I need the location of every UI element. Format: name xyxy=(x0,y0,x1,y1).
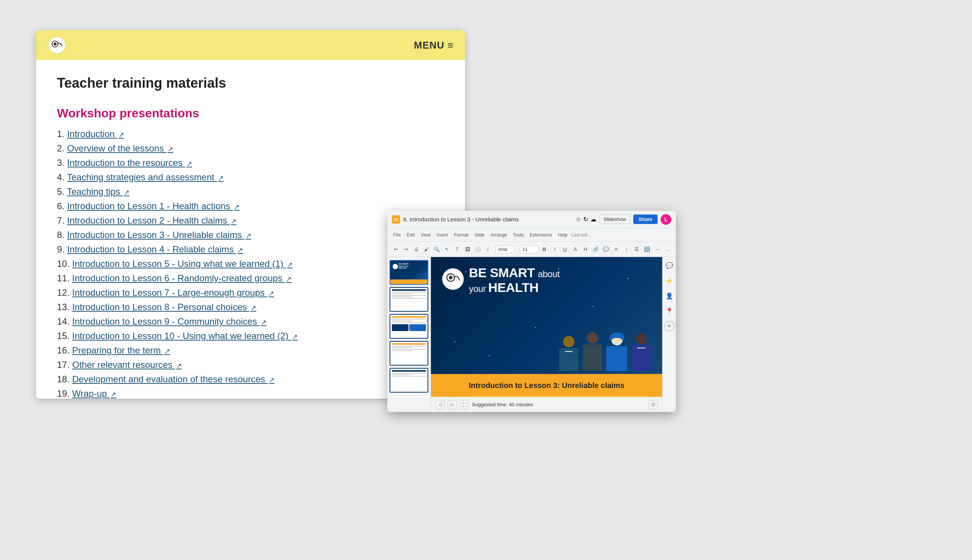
last-edit-indicator: Last edi... xyxy=(572,232,591,238)
indent-icon[interactable]: → xyxy=(653,245,662,254)
text-box-icon[interactable]: T xyxy=(453,245,462,254)
numbered-list-icon[interactable]: 🔢 xyxy=(642,245,652,254)
item-link-12[interactable]: Introduction to Lesson 7 - Large-enough … xyxy=(72,287,274,298)
format-menu[interactable]: Format xyxy=(452,232,471,238)
slide-thumb-5[interactable] xyxy=(390,368,428,393)
external-link-icon: ↗ xyxy=(118,131,124,138)
slide-thumb-3[interactable] xyxy=(390,314,428,339)
item-link-15[interactable]: Introduction to Lesson 10 - Using what w… xyxy=(72,331,298,341)
slides-right-sidebar: 💬 ⚡ 👤 📍 + xyxy=(662,257,676,412)
list-item: 2. Overview of the lessons ↗ xyxy=(57,143,444,154)
explore-icon[interactable]: ⚡ xyxy=(664,275,675,286)
external-link-icon: ↗ xyxy=(287,261,293,268)
zoom-fit-button[interactable]: ⊡ xyxy=(649,400,658,409)
link-icon[interactable]: 🔗 xyxy=(591,245,600,254)
list-item: 16. Preparing for the term ↗ xyxy=(57,345,444,356)
refresh-icon[interactable]: ↻ xyxy=(583,216,588,223)
add-button[interactable]: + xyxy=(664,321,675,332)
external-link-icon: ↗ xyxy=(268,290,274,297)
zoom-icon[interactable]: 🔍 xyxy=(432,245,441,254)
next-slide-button[interactable]: ▷ xyxy=(448,400,457,409)
svg-point-7 xyxy=(442,268,463,290)
item-link-5[interactable]: Teaching tips ↗ xyxy=(67,187,130,197)
slide-menu[interactable]: Slide xyxy=(472,232,487,238)
paint-format-icon[interactable]: 🖌 xyxy=(422,245,431,254)
item-link-8[interactable]: Introduction to Lesson 3 - Unreliable cl… xyxy=(67,230,251,240)
bullet-list-icon[interactable]: ☰ xyxy=(632,245,641,254)
list-item: 5. Teaching tips ↗ xyxy=(57,187,444,197)
item-link-18[interactable]: Development and evaluation of these reso… xyxy=(72,374,275,384)
external-link-icon: ↗ xyxy=(176,362,182,369)
item-link-2[interactable]: Overview of the lessons ↗ xyxy=(67,143,173,153)
map-pin-icon[interactable]: 📍 xyxy=(664,306,675,316)
line-spacing-icon[interactable]: ↕ xyxy=(622,245,631,254)
print-icon[interactable]: 🖨 xyxy=(412,245,421,254)
user-icon[interactable]: 👤 xyxy=(664,290,675,301)
external-link-icon: ↗ xyxy=(269,376,275,384)
menu-button[interactable]: MENU ≡ xyxy=(414,40,454,51)
edit-menu[interactable]: Edit xyxy=(404,232,417,238)
view-menu[interactable]: View xyxy=(418,232,433,238)
prev-slide-button[interactable]: ◁ xyxy=(435,400,445,409)
text-color-icon[interactable]: A xyxy=(571,245,580,254)
help-menu[interactable]: Help xyxy=(556,232,570,238)
undo-icon[interactable]: ↩ xyxy=(391,245,400,254)
external-link-icon: ↗ xyxy=(250,304,256,312)
cursor-icon[interactable]: ↖ xyxy=(442,245,452,254)
item-link-14[interactable]: Introduction to Lesson 9 - Community cho… xyxy=(72,316,267,327)
list-item: 15. Introduction to Lesson 10 - Using wh… xyxy=(57,331,444,341)
file-menu[interactable]: File xyxy=(391,232,403,238)
external-link-icon: ↗ xyxy=(110,391,116,398)
more-icon[interactable]: … xyxy=(663,245,672,254)
list-item: 7. Introduction to Lesson 2 - Health cla… xyxy=(57,215,444,226)
align-left-icon[interactable]: ≡ xyxy=(612,245,621,254)
cloud-icon[interactable]: ☁ xyxy=(590,216,597,223)
item-link-6[interactable]: Introduction to Lesson 1 - Health action… xyxy=(67,201,240,211)
comments-icon[interactable]: 💬 xyxy=(664,260,675,271)
star-icon[interactable]: ☆ xyxy=(575,216,581,223)
slides-toolbar-icons: ↩ ↪ 🖨 🖌 🔍 ↖ T 🖼 ⬜ / Arial 11 B I U A H 🔗… xyxy=(387,242,676,257)
comment-icon[interactable]: 💬 xyxy=(602,245,610,254)
slide-thumb-2[interactable] xyxy=(390,287,428,312)
external-link-icon: ↗ xyxy=(261,318,267,326)
list-item: 11. Introduction to Lesson 6 - Randomly-… xyxy=(57,273,444,283)
item-link-13[interactable]: Introduction to Lesson 8 - Personal choi… xyxy=(72,302,256,312)
insert-menu[interactable]: Insert xyxy=(434,232,450,238)
list-item: 18. Development and evaluation of these … xyxy=(57,374,444,385)
item-link-3[interactable]: Introduction to the resources ↗ xyxy=(67,158,192,168)
italic-icon[interactable]: I xyxy=(550,245,559,254)
highlight-icon[interactable]: H xyxy=(581,245,590,254)
item-link-19[interactable]: Wrap-up ↗ xyxy=(72,388,116,398)
fullscreen-button[interactable]: ⛶ xyxy=(460,400,469,409)
font-name[interactable]: Arial xyxy=(495,246,515,253)
external-link-icon: ↗ xyxy=(246,232,251,240)
slides-main: BE SMART aboutyour HEALTH xyxy=(431,257,662,412)
slide-thumb-4[interactable] xyxy=(390,341,428,366)
item-link-4[interactable]: Teaching strategies and assessment ↗ xyxy=(67,172,223,182)
item-link-1[interactable]: Introduction ↗ xyxy=(67,129,124,139)
redo-icon[interactable]: ↪ xyxy=(401,245,410,254)
characters-illustration xyxy=(559,332,651,371)
item-link-10[interactable]: Introduction to Lesson 5 - Using what we… xyxy=(72,258,293,269)
arrange-menu[interactable]: Arrange xyxy=(489,232,510,238)
item-link-7[interactable]: Introduction to Lesson 2 - Health claims… xyxy=(67,215,237,225)
item-link-17[interactable]: Other relevant resources ↗ xyxy=(72,360,182,370)
slide-thumb-1[interactable]: BE SMARTabout yourHEALTH xyxy=(390,260,428,285)
list-item: 17. Other relevant resources ↗ xyxy=(57,360,444,370)
extensions-menu[interactable]: Extensions xyxy=(527,232,554,238)
share-button[interactable]: Share xyxy=(633,215,658,224)
item-link-16[interactable]: Preparing for the term ↗ xyxy=(72,345,170,355)
image-icon[interactable]: 🖼 xyxy=(463,245,472,254)
underline-icon[interactable]: U xyxy=(560,245,570,254)
list-item: 12. Introduction to Lesson 7 - Large-eno… xyxy=(57,287,444,298)
bold-icon[interactable]: B xyxy=(540,245,549,254)
svg-rect-4 xyxy=(394,218,398,219)
tools-menu[interactable]: Tools xyxy=(511,232,526,238)
font-size[interactable]: 11 xyxy=(520,246,539,253)
item-link-9[interactable]: Introduction to Lesson 4 - Reliable clai… xyxy=(67,244,243,254)
shapes-icon[interactable]: ⬜ xyxy=(473,245,482,254)
slideshow-button[interactable]: Slideshow xyxy=(600,215,630,224)
svg-rect-6 xyxy=(394,221,397,221)
item-link-11[interactable]: Introduction to Lesson 6 - Randomly-crea… xyxy=(72,273,292,283)
line-icon[interactable]: / xyxy=(483,245,492,254)
